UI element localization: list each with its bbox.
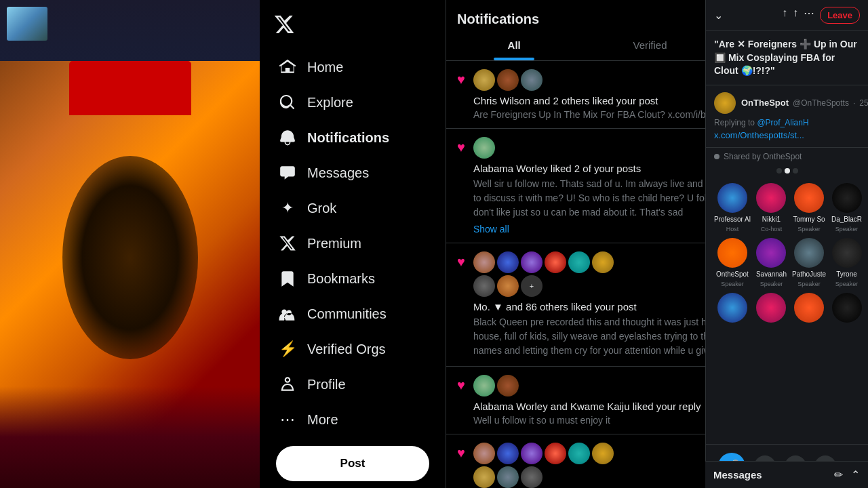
sidebar-item-verified-orgs[interactable]: ⚡ Verified Orgs bbox=[265, 332, 440, 366]
tweet-link[interactable]: x.com/Onthespotts/st... bbox=[714, 130, 860, 140]
verified-orgs-icon: ⚡ bbox=[279, 340, 296, 358]
leave-button[interactable]: Leave bbox=[820, 7, 860, 24]
avatar bbox=[592, 251, 614, 273]
speaker-item[interactable]: Professor Al Host bbox=[714, 183, 751, 232]
speaker-item[interactable]: Tyrone Speaker bbox=[831, 238, 862, 287]
speaker-item[interactable]: PathoJuste Speaker bbox=[792, 238, 826, 287]
avatar bbox=[497, 443, 519, 464]
upload-icon[interactable]: ↑ bbox=[793, 7, 798, 24]
speaker-item[interactable]: Nikki1 Co-host bbox=[756, 183, 787, 232]
avatar bbox=[497, 375, 519, 396]
tab-all[interactable]: All bbox=[446, 30, 582, 60]
more-options-icon[interactable]: ⋯ bbox=[804, 7, 814, 24]
notifications-label: Notifications bbox=[307, 130, 389, 146]
indicator-dot[interactable] bbox=[793, 168, 798, 174]
speaker-name: Da_BlacR bbox=[831, 216, 862, 223]
messages-icon bbox=[279, 164, 296, 182]
speaker-name: Tommy So bbox=[792, 216, 826, 223]
speaker-item[interactable]: Tommy So Speaker bbox=[792, 183, 826, 232]
post-button[interactable]: Post bbox=[276, 446, 429, 481]
avatar bbox=[568, 251, 590, 273]
indicator-dot-active[interactable] bbox=[785, 168, 790, 174]
speaker-item[interactable]: OntheSpot Speaker bbox=[714, 238, 751, 287]
speaker-item[interactable] bbox=[831, 293, 862, 323]
avatar bbox=[497, 69, 519, 91]
sidebar-item-more[interactable]: ⋯ More bbox=[265, 403, 440, 436]
avatar bbox=[521, 443, 542, 464]
heart-icon: ♥ bbox=[457, 445, 465, 461]
sidebar-item-profile[interactable]: Profile bbox=[265, 367, 440, 401]
avatar bbox=[521, 251, 542, 273]
avatar bbox=[717, 183, 747, 213]
speaker-item[interactable] bbox=[792, 293, 826, 323]
share-icon[interactable]: ↑ bbox=[782, 7, 787, 24]
avatar bbox=[568, 443, 590, 464]
video-bottom-overlay bbox=[0, 386, 260, 488]
speaker-item[interactable]: Savannah Speaker bbox=[756, 238, 787, 287]
speaker-role: Speaker bbox=[760, 281, 783, 287]
sidebar-item-explore[interactable]: Explore bbox=[265, 85, 440, 119]
speaker-role: Speaker bbox=[797, 226, 821, 232]
heart-icon: ♥ bbox=[457, 254, 465, 270]
sidebar-item-grok[interactable]: ✦ Grok bbox=[265, 191, 440, 225]
communities-icon bbox=[279, 305, 296, 323]
compose-message-icon[interactable]: ✏ bbox=[834, 468, 843, 481]
speaker-role: Speaker bbox=[797, 281, 821, 287]
sidebar-item-communities[interactable]: Communities bbox=[265, 297, 440, 331]
home-label: Home bbox=[307, 60, 343, 75]
avatar bbox=[473, 69, 495, 91]
sidebar-item-home[interactable]: Home bbox=[265, 50, 440, 84]
avatar bbox=[832, 293, 862, 323]
speaker-role: Speaker bbox=[721, 281, 744, 287]
speaker-item[interactable] bbox=[756, 293, 787, 323]
sidebar-item-messages[interactable]: Messages bbox=[265, 156, 440, 190]
avatar bbox=[473, 137, 495, 159]
tweet-author-name: OnTheSpot bbox=[741, 98, 789, 108]
avatar-overflow: + bbox=[521, 275, 542, 297]
chevron-down-icon[interactable]: ⌄ bbox=[714, 9, 723, 22]
sidebar-item-bookmarks[interactable]: Bookmarks bbox=[265, 262, 440, 296]
messages-bar-title: Messages bbox=[713, 469, 762, 481]
notification-avatars bbox=[473, 137, 623, 159]
sidebar-item-notifications[interactable]: Notifications bbox=[265, 121, 440, 155]
sidebar-item-premium[interactable]: Premium bbox=[265, 226, 440, 260]
sidebar-logo[interactable] bbox=[260, 5, 446, 46]
carousel-indicators bbox=[706, 165, 868, 176]
heart-icon: ♥ bbox=[457, 140, 465, 155]
speaker-name: OntheSpot bbox=[714, 270, 751, 278]
avatar bbox=[473, 375, 495, 396]
notification-avatars bbox=[473, 375, 623, 396]
video-overlay-image bbox=[7, 7, 47, 41]
speaker-role: Co-host bbox=[761, 226, 783, 232]
avatar bbox=[756, 293, 786, 323]
profile-label: Profile bbox=[307, 377, 346, 392]
grok-icon: ✦ bbox=[279, 199, 296, 217]
communities-label: Communities bbox=[307, 306, 387, 322]
shared-dot-icon bbox=[714, 154, 719, 159]
tweet-author-handle: @OnTheSpotts bbox=[793, 98, 849, 108]
speaker-item[interactable] bbox=[714, 293, 751, 323]
speaker-role: Host bbox=[726, 226, 739, 232]
bookmarks-icon bbox=[279, 270, 296, 287]
more-icon: ⋯ bbox=[279, 411, 296, 428]
speaker-name: Savannah bbox=[756, 270, 787, 278]
indicator-dot[interactable] bbox=[776, 168, 782, 174]
speaker-name: Professor Al bbox=[714, 216, 751, 223]
explore-icon bbox=[279, 94, 296, 111]
home-icon bbox=[279, 58, 296, 76]
speaker-name: PathoJuste bbox=[792, 270, 826, 278]
avatar bbox=[497, 251, 519, 273]
avatar bbox=[794, 238, 824, 268]
speaker-item[interactable]: Da_BlacR Speaker bbox=[831, 183, 862, 232]
avatar bbox=[497, 275, 519, 297]
expand-icon[interactable]: ⌃ bbox=[851, 468, 860, 481]
notification-avatars: + bbox=[473, 251, 623, 297]
heart-icon: ♥ bbox=[457, 72, 465, 87]
avatar bbox=[473, 466, 495, 488]
premium-label: Premium bbox=[307, 236, 361, 251]
grok-label: Grok bbox=[307, 201, 336, 216]
speakers-grid: Professor Al Host Nikki1 Co-host Tommy S… bbox=[706, 176, 868, 329]
speaker-name: Tyrone bbox=[831, 270, 862, 278]
tab-verified[interactable]: Verified bbox=[582, 30, 717, 60]
avatar bbox=[521, 69, 542, 91]
